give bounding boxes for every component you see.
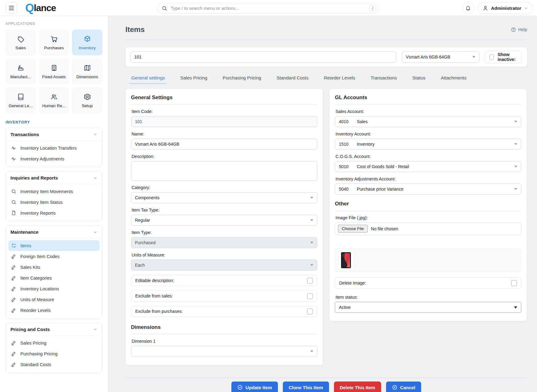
tab-standard-costs[interactable]: Standard Costs (275, 75, 310, 84)
sidebar-item-standard-costs[interactable]: Standard Costs (8, 359, 100, 370)
exclude-from-purchases-checkbox[interactable] (307, 309, 313, 314)
group-header-pricing-costs[interactable]: Pricing and Costs (6, 323, 102, 336)
app-tile-dimensions[interactable]: Dimensions (72, 59, 102, 84)
delete-item-button[interactable]: Delete This Item (334, 382, 381, 392)
sidebar-item-items[interactable]: Items (8, 240, 100, 251)
description-textarea[interactable] (131, 161, 317, 181)
action-buttons: Update Item Clone This Item Delete This … (125, 382, 527, 392)
sidebar-item-foreign-item-codes[interactable]: Foreign Item Codes (8, 251, 100, 262)
group-title: Transactions (10, 132, 39, 137)
search-input[interactable] (170, 6, 366, 11)
sidebar-item-item-categories[interactable]: Item Categories (8, 273, 100, 283)
search-icon (11, 200, 16, 205)
sidebar-item-purchasing-pricing[interactable]: Purchasing Pricing (8, 348, 100, 359)
book-icon (17, 93, 25, 101)
update-item-button[interactable]: Update Item (231, 382, 278, 392)
app-tile-manufacturing[interactable]: Manufact... (6, 59, 36, 84)
sidebar-item-inventory-adjustments[interactable]: Inventory Adjustments (8, 153, 100, 164)
repeat-icon (11, 243, 16, 248)
hamburger-menu-button[interactable] (6, 2, 17, 14)
clone-item-button[interactable]: Clone This Item (283, 382, 329, 392)
tab-purchasing-pricing[interactable]: Purchasing Pricing (221, 75, 263, 84)
group-header-inquiries-reports[interactable]: Inquiries and Reports (6, 172, 102, 184)
update-item-label: Update Item (246, 385, 272, 390)
sidebar-item-inventory-location-transfers[interactable]: Inventory Location Transfers (8, 143, 100, 153)
global-search[interactable]: / (157, 3, 380, 14)
app-tile-human-resources[interactable]: Human Re... (39, 87, 69, 113)
item-select[interactable]: Vsmart Aris 6GB-64GB (402, 51, 479, 63)
app-tile-inventory[interactable]: Inventory (72, 30, 102, 55)
show-inactive-checkbox[interactable] (490, 54, 494, 60)
sidebar-item-inventory-item-movements[interactable]: Inventory Item Movements (8, 186, 100, 197)
exclude-from-sales-checkbox[interactable] (307, 293, 313, 299)
gl-accounts-heading: GL Accounts (335, 95, 521, 105)
app-tile-fixed-assets[interactable]: Fixed Assets (39, 59, 69, 84)
gl-accounts-card: GL Accounts Sales Account: 4010 Sales In… (329, 89, 527, 321)
edit-icon (11, 308, 16, 313)
app-tile-purchases[interactable]: Purchases (39, 30, 69, 55)
sidebar-item-label: Sales Pricing (20, 341, 47, 346)
item-status-select[interactable]: Active (335, 302, 521, 313)
sidebar-item-units-of-measure[interactable]: Units of Measure (8, 294, 100, 305)
app-tile-label: Manufact... (10, 75, 31, 79)
delete-image-label: Delete Image: (339, 281, 366, 285)
sidebar-item-inventory-item-status[interactable]: Inventory Item Status (8, 197, 100, 208)
item-code-label: Item Code: (132, 109, 317, 114)
user-name: Administrator (491, 6, 521, 11)
sales-account-select[interactable]: 4010 Sales (335, 116, 521, 127)
app-tile-setup[interactable]: Setup (72, 87, 102, 113)
item-tax-type-select[interactable]: Regular (131, 215, 317, 226)
inventory-adjustments-account-select[interactable]: 5040 Purchase price Variance (335, 184, 521, 195)
item-status-label: Item status: (336, 295, 521, 300)
item-tax-type-label: Item Tax Type: (132, 208, 317, 212)
gear-icon (83, 93, 91, 101)
app-logo[interactable]: Q lance (25, 2, 56, 14)
edit-icon (11, 265, 16, 270)
exclude-from-purchases-label: Exclude from purchases: (135, 309, 183, 314)
inventory-adjustments-account-label: Inventory Adjustments Account: (336, 176, 521, 181)
notifications-button[interactable] (462, 2, 474, 14)
sidebar-item-inventory-locations[interactable]: Inventory Locations (8, 283, 100, 294)
building-icon (50, 64, 58, 72)
search-icon (11, 189, 16, 194)
sidebar-item-label: Purchasing Pricing (20, 351, 58, 356)
cancel-button[interactable]: Cancel (386, 382, 421, 392)
item-code-filter-input[interactable] (130, 51, 396, 63)
choose-file-button[interactable]: Choose File (338, 225, 368, 232)
delete-image-checkbox[interactable] (511, 280, 517, 286)
tab-reorder-levels[interactable]: Reorder Levels (322, 75, 357, 84)
sidebar-item-sales-kits[interactable]: Sales Kits (8, 262, 100, 273)
tab-attachments[interactable]: Attachments (439, 75, 468, 84)
sidebar-item-inventory-reports[interactable]: Inventory Reports (8, 208, 100, 218)
group-header-transactions[interactable]: Transactions (6, 128, 102, 141)
group-title: Pricing and Costs (10, 327, 50, 332)
help-link[interactable]: Help (511, 27, 527, 32)
sidebar-item-label: Inventory Locations (20, 286, 59, 291)
tab-status[interactable]: Status (411, 75, 427, 84)
cogs-account-select[interactable]: 5010 Cost of Goods Sold - Retail (335, 161, 521, 172)
sidebar-item-label: Reorder Levels (20, 308, 51, 313)
sidebar-group-transactions: Transactions Inventory Location Transfer… (6, 128, 102, 167)
name-input[interactable] (131, 139, 317, 150)
tab-sales-pricing[interactable]: Sales Pricing (179, 75, 209, 84)
category-select[interactable]: Components (131, 192, 317, 203)
group-header-maintenance[interactable]: Maintenance (6, 226, 102, 238)
exclude-from-sales-row: Exclude from sales: (131, 290, 317, 301)
sidebar-item-sales-pricing[interactable]: Sales Pricing (8, 337, 100, 348)
user-menu[interactable]: Administrator (478, 2, 533, 14)
tab-transactions[interactable]: Transactions (369, 75, 398, 84)
applications-label: APPLICATIONS (6, 22, 102, 26)
sidebar-item-reorder-levels[interactable]: Reorder Levels (8, 305, 100, 316)
people-icon (50, 93, 58, 101)
image-file-input[interactable]: Choose File No file chosen (335, 222, 521, 235)
activity-icon (11, 145, 16, 151)
chevron-down-icon (310, 242, 313, 244)
editable-description-checkbox[interactable] (307, 278, 313, 284)
main-area: Items Help Vsmart Aris 6GB-64GB Show ina… (108, 16, 537, 392)
tab-general-settings[interactable]: General settings (130, 75, 166, 84)
app-tile-sales[interactable]: Sales (6, 30, 36, 55)
dimension1-select[interactable] (131, 346, 317, 357)
inventory-account-select[interactable]: 1510 Inventory (335, 139, 521, 150)
account-name: Purchase price Variance (357, 187, 403, 192)
app-tile-general-ledger[interactable]: General Le... (6, 87, 36, 113)
